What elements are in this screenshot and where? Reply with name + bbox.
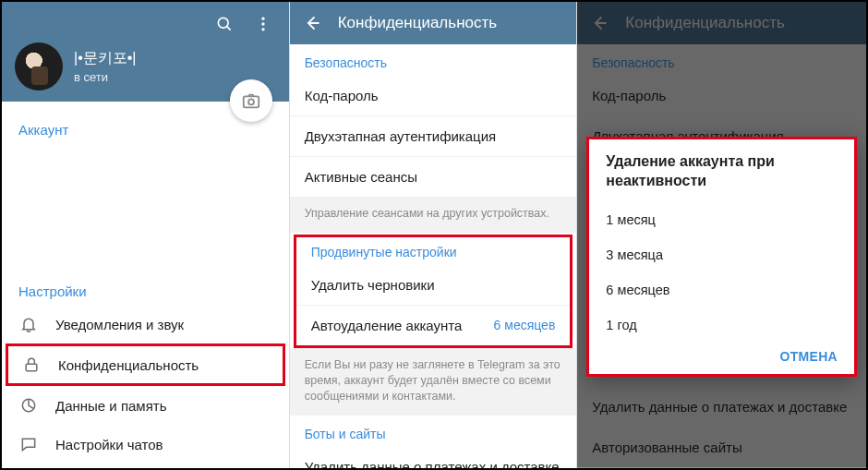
item-two-step[interactable]: Двухэтапная аутентификация — [290, 116, 577, 156]
item-autodelete[interactable]: Автоудаление аккаунта 6 месяцев — [296, 306, 571, 345]
autodelete-dialog: Удаление аккаунта при неактивности 1 мес… — [586, 137, 857, 377]
svg-line-1 — [226, 27, 230, 30]
pie-icon — [18, 396, 39, 415]
privacy-panel-dialog: Конфиденциальность Безопасность Код-паро… — [577, 2, 866, 468]
hint-sessions: Управление сеансами на других устройства… — [290, 197, 577, 233]
settings-item-privacy[interactable]: Конфиденциальность — [8, 346, 283, 383]
item-delete-drafts[interactable]: Удалить черновики — [296, 265, 571, 305]
search-icon[interactable] — [215, 15, 234, 33]
settings-section-label: Настройки — [2, 276, 289, 305]
profile-header: |•문키포•| в сети — [2, 2, 289, 102]
settings-root-panel: |•문키포•| в сети Аккаунт Настройки Уведомл… — [2, 2, 290, 468]
settings-item-language[interactable]: Язык — [2, 464, 289, 468]
highlight-advanced: Продвинутые настройки Удалить черновики … — [294, 235, 573, 348]
settings-item-label: Конфиденциальность — [58, 357, 199, 373]
lock-icon — [21, 356, 42, 374]
cancel-button[interactable]: ОТМЕНА — [780, 349, 838, 364]
svg-point-2 — [261, 18, 264, 20]
back-icon[interactable] — [303, 14, 321, 32]
dialog-option[interactable]: 6 месяцев — [606, 272, 838, 307]
item-payment-data[interactable]: Удалить данные о платежах и доставке — [290, 447, 577, 469]
section-advanced: Продвинутые настройки — [296, 237, 571, 265]
settings-item-chats[interactable]: Настройки чатов — [2, 425, 289, 464]
item-autodelete-label: Автоудаление аккаунта — [311, 318, 463, 333]
dialog-option[interactable]: 1 месяц — [606, 202, 838, 237]
change-photo-button[interactable] — [230, 79, 272, 122]
profile-name: |•문키포•| — [74, 49, 137, 68]
chat-icon — [18, 435, 39, 453]
item-sessions[interactable]: Активные сеансы — [290, 157, 577, 197]
section-bots: Боты и сайты — [290, 416, 577, 447]
profile-status: в сети — [74, 70, 137, 84]
bell-icon — [18, 315, 39, 333]
hint-autodelete: Если Вы ни разу не заглянете в Telegram … — [290, 348, 577, 416]
svg-rect-7 — [26, 364, 37, 371]
avatar[interactable] — [15, 42, 63, 90]
item-passcode[interactable]: Код-пароль — [290, 76, 577, 115]
dialog-option[interactable]: 1 год — [606, 307, 838, 343]
settings-item-label: Настройки чатов — [55, 437, 163, 452]
item-autodelete-value: 6 месяцев — [494, 318, 556, 332]
privacy-panel: Конфиденциальность Безопасность Код-паро… — [290, 2, 578, 468]
panel-title: Конфиденциальность — [338, 14, 497, 32]
svg-rect-5 — [243, 96, 259, 107]
dialog-option[interactable]: 3 месяца — [606, 237, 838, 272]
svg-point-0 — [218, 18, 228, 28]
settings-item-data[interactable]: Данные и память — [2, 386, 289, 425]
svg-point-3 — [261, 22, 264, 25]
panel-header: Конфиденциальность — [290, 2, 577, 44]
svg-point-4 — [261, 28, 264, 30]
settings-item-label: Уведомления и звук — [55, 317, 184, 332]
svg-point-6 — [248, 99, 254, 104]
highlight-privacy: Конфиденциальность — [6, 343, 285, 386]
settings-item-label: Данные и память — [55, 398, 167, 414]
more-icon[interactable] — [254, 15, 272, 33]
dialog-title: Удаление аккаунта при неактивности — [606, 152, 838, 191]
section-security: Безопасность — [290, 44, 577, 76]
settings-item-notifications[interactable]: Уведомления и звук — [2, 305, 289, 343]
